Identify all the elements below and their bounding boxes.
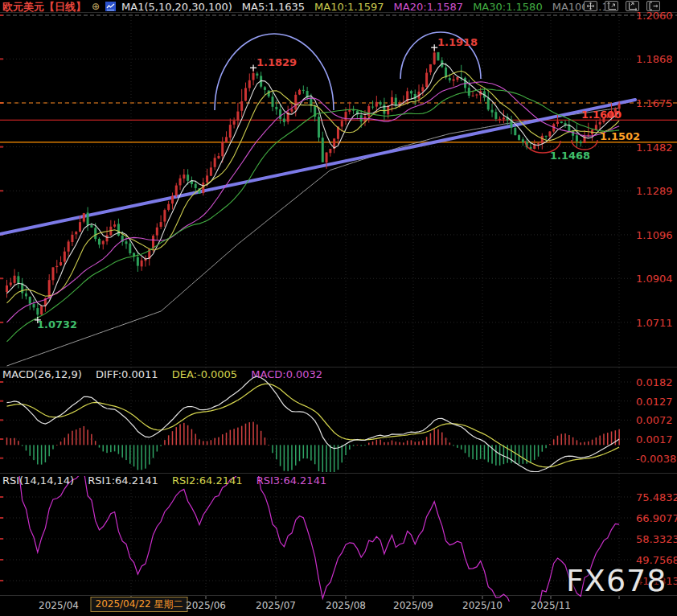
macd-axis-label: -0.0038 <box>636 452 676 464</box>
macd-axis-label: 0.0072 <box>636 414 673 426</box>
macd-diff-value: DIFF:0.0011 <box>96 368 158 380</box>
compass-icon[interactable]: ⊕ <box>92 1 100 13</box>
chart-header: 欧元美元【日线】 ⊕ MA1(5,10,20,30,100) MA5:1.163… <box>0 0 677 13</box>
ma-legend-ma5: MA5:1.1635 <box>242 1 305 13</box>
x-axis-label: 2025/04 <box>39 600 79 611</box>
price-tag-orange-line: 1.1502 <box>600 130 640 142</box>
price-axis-label: 1.0904 <box>636 273 673 285</box>
price-axis-label: 1.0711 <box>636 316 673 328</box>
ma-settings-label: MA1(5,10,20,30,100) <box>121 1 232 13</box>
pan-icon[interactable] <box>584 1 597 11</box>
pan-right-icon[interactable] <box>646 1 660 11</box>
selected-date-label: 2025/04/22 星期二 <box>91 597 188 612</box>
x-axis-label: 2025/09 <box>393 600 433 611</box>
macd-params-label: MACD(26,12,9) <box>2 368 82 380</box>
grid-layer <box>0 13 677 596</box>
rsi-layer <box>7 437 620 616</box>
scale-x-axis-icon[interactable] <box>626 1 639 11</box>
annotation-swing-high-1: 1.1829 <box>256 56 297 68</box>
annotation-double-bottom: 1.1468 <box>550 150 590 162</box>
x-axis-label: 2025/06 <box>186 600 226 611</box>
left-axis-ticks <box>0 14 619 599</box>
rsi1-value: RSI1:64.2141 <box>88 474 158 487</box>
rsi-axis-label: 66.9077 <box>636 512 677 524</box>
ma-legend-ma30: MA30:1.1580 <box>473 1 543 13</box>
price-tag-red-line: 1.1600 <box>581 109 622 121</box>
macd-layer <box>6 376 620 483</box>
price-axis-label: 1.1096 <box>636 228 673 240</box>
x-axis-label: 2025/08 <box>326 600 366 611</box>
annotation-layer <box>35 32 597 323</box>
chart-canvas[interactable] <box>0 0 677 616</box>
macd-macd-value: MACD:0.0032 <box>251 368 322 380</box>
rsi-axis-label: 58.3323 <box>636 533 677 545</box>
price-axis-label: 1.1675 <box>636 97 673 109</box>
annotation-swing-high-2: 1.1918 <box>437 36 478 48</box>
x-axis: 2025/04/22 星期二 2025/042025/062025/072025… <box>0 596 677 616</box>
chart-type-icon[interactable] <box>105 2 116 11</box>
ma-lines-layer <box>7 64 620 342</box>
x-axis-label: 2025/11 <box>531 600 571 611</box>
macd-dea-value: DEA:-0.0005 <box>172 368 237 380</box>
ma-legend: MA5:1.1635MA10:1.1597MA20:1.1587MA30:1.1… <box>232 1 615 13</box>
scale-y-axis-icon[interactable] <box>605 1 618 11</box>
ma-legend-ma10: MA10:1.1597 <box>314 1 384 13</box>
x-axis-label: 2025/10 <box>462 600 503 611</box>
rsi-title-row: RSI(14,14,14) RSI1:64.2141 RSI2:64.2141 … <box>2 474 337 487</box>
chart-window: 欧元美元【日线】 ⊕ MA1(5,10,20,30,100) MA5:1.163… <box>0 0 677 616</box>
price-axis-label: 1.1289 <box>636 185 673 197</box>
macd-axis-label: 0.0127 <box>636 395 673 407</box>
price-axis-label: 1.1482 <box>636 141 673 153</box>
rsi2-value: RSI2:64.2141 <box>172 474 243 487</box>
rsi-params-label: RSI(14,14,14) <box>2 474 74 487</box>
chart-toolbar <box>584 1 660 11</box>
price-axis-label: 1.1868 <box>636 53 673 65</box>
annotation-swing-low: 1.0732 <box>37 318 77 331</box>
watermark: FX678 <box>566 563 667 598</box>
x-axis-label: 2025/07 <box>256 600 296 611</box>
rsi-axis-label: 75.4832 <box>636 491 677 503</box>
macd-axis-label: 0.0017 <box>636 433 673 446</box>
candles-layer <box>6 47 621 318</box>
ma-legend-ma20: MA20:1.1587 <box>394 1 464 13</box>
macd-axis-label: 0.0182 <box>636 376 673 388</box>
rsi3-value: RSI3:64.2141 <box>256 474 327 487</box>
macd-title-row: MACD(26,12,9) DIFF:0.0011 DEA:-0.0005 MA… <box>2 368 333 380</box>
symbol-title: 欧元美元【日线】 <box>2 1 86 13</box>
